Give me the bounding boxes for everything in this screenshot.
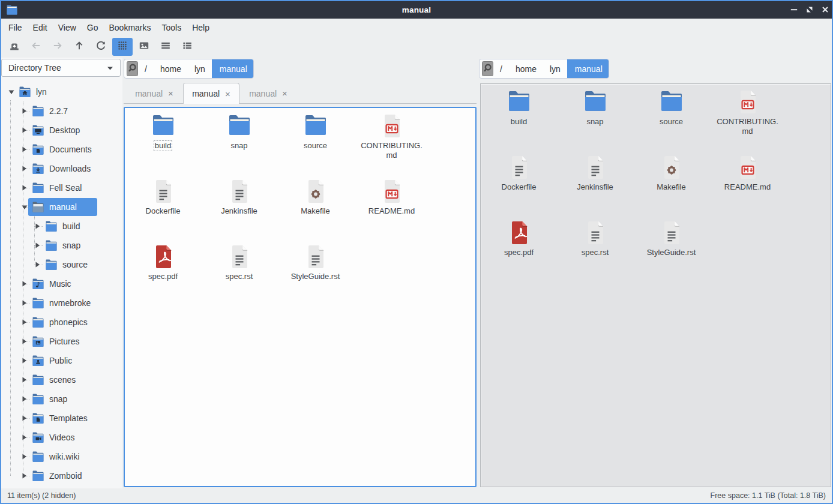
pathbar-places-button[interactable]	[127, 61, 138, 76]
pathbar-places-button[interactable]	[482, 61, 493, 76]
tree-item-music[interactable]: Music	[1, 274, 122, 293]
file-item-snap[interactable]: snap	[557, 84, 633, 149]
tree-item-source[interactable]: source	[1, 255, 122, 274]
menu-edit[interactable]: Edit	[28, 20, 53, 35]
tree-expander-icon[interactable]	[22, 298, 27, 308]
file-item-contributing-md[interactable]: CONTRIBUTING.​md	[709, 84, 786, 149]
tree-expander-icon[interactable]	[8, 86, 14, 97]
tree-item-lyn[interactable]: lyn	[1, 82, 122, 101]
sidebar-mode-select[interactable]: Directory Tree	[1, 59, 121, 77]
tree-expander-icon[interactable]	[22, 336, 27, 347]
menu-go[interactable]: Go	[82, 20, 104, 35]
file-item-spec-pdf[interactable]: spec.​pdf	[481, 215, 557, 280]
breadcrumb-home[interactable]: home	[154, 59, 188, 78]
tab-manual-2[interactable]: manual×	[183, 83, 239, 104]
tree-expander-icon[interactable]	[22, 106, 27, 116]
breadcrumb-home[interactable]: home	[509, 59, 543, 78]
tree-item-nvmebroke[interactable]: nvmebroke	[1, 293, 122, 313]
file-item-build[interactable]: build	[481, 84, 557, 149]
tree-item-fell-seal[interactable]: Fell Seal	[1, 178, 122, 197]
tree-expander-icon[interactable]	[22, 144, 27, 155]
tree-item-desktop[interactable]: Desktop	[1, 121, 122, 140]
file-item-spec-rst[interactable]: spec.​rst	[201, 239, 277, 304]
tab-close-icon[interactable]: ×	[168, 89, 173, 98]
tree-item-public[interactable]: Public	[1, 351, 122, 370]
file-item-readme-md[interactable]: README.​md	[709, 149, 786, 215]
tree-expander-icon[interactable]	[22, 278, 27, 289]
breadcrumb-root[interactable]: /	[493, 59, 509, 78]
menu-file[interactable]: File	[3, 20, 28, 35]
tree-expander-icon[interactable]	[35, 221, 40, 232]
tree-expander-icon[interactable]	[22, 182, 27, 193]
file-item-dockerfile[interactable]: Dockerfile	[481, 149, 557, 215]
minimize-button[interactable]	[787, 4, 800, 16]
tree-item-build[interactable]: build	[1, 217, 122, 236]
breadcrumb-manual[interactable]: manual	[567, 59, 609, 79]
tree-expander-icon[interactable]	[22, 413, 27, 424]
file-item-makefile[interactable]: Makefile	[277, 173, 353, 239]
toolbar-detailed-list-view-button[interactable]	[177, 38, 197, 56]
menu-help[interactable]: Help	[187, 20, 215, 35]
tree-item-pictures[interactable]: Pictures	[1, 332, 122, 351]
fileview-right-pane[interactable]: build snap source CONTRIBUTING.​md Docke…	[480, 83, 831, 487]
tree-expander-icon[interactable]	[22, 317, 27, 328]
file-item-makefile[interactable]: Makefile	[633, 149, 709, 215]
tree-expander-icon[interactable]	[22, 125, 27, 136]
breadcrumb-root[interactable]: /	[138, 59, 154, 78]
file-item-source[interactable]: source	[633, 84, 709, 149]
tree-expander-icon[interactable]	[22, 374, 27, 385]
toolbar-icon-view-button[interactable]	[112, 38, 133, 56]
tree-expander-icon[interactable]	[22, 451, 27, 462]
tree-expander-icon[interactable]	[22, 470, 27, 481]
file-item-readme-md[interactable]: README.​md	[353, 173, 430, 239]
tree-expander-icon[interactable]	[35, 240, 40, 251]
toolbar-back-button[interactable]	[26, 38, 46, 56]
tree-item-wiki-wiki[interactable]: wiki.wiki	[1, 447, 122, 466]
tree-expander-icon[interactable]	[35, 259, 40, 270]
file-item-styleguide-rst[interactable]: StyleGuide.​rst	[277, 239, 353, 304]
menu-bookmarks[interactable]: Bookmarks	[103, 20, 156, 35]
toolbar-forward-button[interactable]	[47, 38, 68, 56]
file-item-jenkinsfile[interactable]: Jenkinsfile	[201, 173, 277, 239]
file-item-spec-pdf[interactable]: spec.​pdf	[125, 239, 201, 304]
tree-item-snap[interactable]: snap	[1, 389, 122, 409]
tab-manual-3[interactable]: manual×	[239, 83, 297, 104]
fileview-left-pane[interactable]: build snap source CONTRIBUTING.​md Docke…	[124, 107, 477, 487]
tree-item-templates[interactable]: Templates	[1, 409, 122, 428]
breadcrumb-lyn[interactable]: lyn	[543, 59, 567, 78]
tree-expander-icon[interactable]	[22, 432, 27, 443]
tree-item-phonepics[interactable]: phonepics	[1, 313, 122, 332]
file-item-contributing-md[interactable]: CONTRIBUTING.​md	[353, 108, 430, 173]
tree-item-documents[interactable]: Documents	[1, 140, 122, 159]
tree-expander-icon[interactable]	[22, 202, 28, 212]
toolbar-reload-button[interactable]	[91, 38, 111, 56]
toolbar-thumbnail-view-button[interactable]	[134, 38, 154, 56]
file-item-dockerfile[interactable]: Dockerfile	[125, 173, 201, 239]
tree-item-snap[interactable]: snap	[1, 236, 122, 255]
restore-button[interactable]	[803, 4, 816, 16]
toolbar-compact-view-button[interactable]	[155, 38, 176, 56]
file-item-snap[interactable]: snap	[201, 108, 277, 173]
tree-item-2-2-7[interactable]: 2.2.7	[1, 101, 122, 121]
toolbar-up-button[interactable]	[69, 38, 89, 56]
tree-item-manual[interactable]: manual	[1, 197, 122, 217]
file-item-source[interactable]: source	[277, 108, 353, 173]
tab-manual-1[interactable]: manual×	[125, 83, 183, 104]
breadcrumb-lyn[interactable]: lyn	[188, 59, 212, 78]
menu-tools[interactable]: Tools	[157, 20, 187, 35]
file-item-jenkinsfile[interactable]: Jenkinsfile	[557, 149, 633, 215]
tree-expander-icon[interactable]	[22, 163, 27, 174]
menu-view[interactable]: View	[53, 20, 82, 35]
tree-item-downloads[interactable]: Downloads	[1, 159, 122, 178]
breadcrumb-manual[interactable]: manual	[212, 59, 254, 79]
file-item-styleguide-rst[interactable]: StyleGuide.​rst	[633, 215, 709, 280]
file-item-build[interactable]: build	[125, 108, 201, 173]
tree-expander-icon[interactable]	[22, 355, 27, 366]
close-button[interactable]	[819, 4, 831, 16]
tab-close-icon[interactable]: ×	[225, 89, 230, 98]
toolbar-new-tab-button[interactable]	[4, 38, 25, 56]
file-item-spec-rst[interactable]: spec.​rst	[557, 215, 633, 280]
tree-item-scenes[interactable]: scenes	[1, 370, 122, 389]
tree-item-zomboid[interactable]: Zomboid	[1, 466, 122, 485]
tab-close-icon[interactable]: ×	[282, 89, 287, 98]
